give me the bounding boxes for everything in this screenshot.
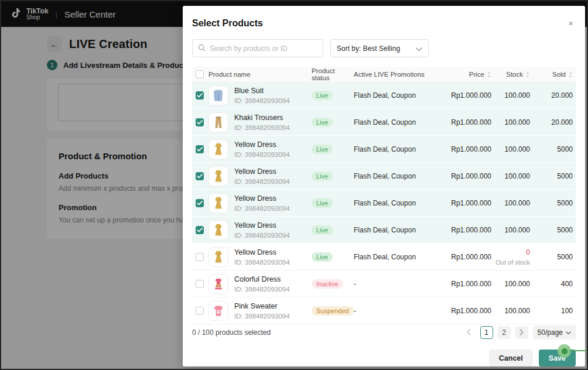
sort-selected-value: Sort by: Best Selling — [337, 44, 400, 53]
active-promotions: Flash Deal, Coupon — [354, 118, 431, 126]
product-name: Pink Sweater — [234, 302, 290, 310]
table-row[interactable]: Colorful Dress ID: 398482093094 Inactive… — [192, 270, 576, 297]
stock-value: 100.000 — [505, 307, 530, 315]
chevron-left-icon[interactable] — [463, 326, 476, 339]
active-promotions: Flash Deal, Coupon — [354, 145, 431, 153]
table-header-row: Product name Product status Active LIVE … — [192, 67, 576, 82]
column-sold[interactable]: Sold — [530, 71, 573, 78]
active-promotions: Flash Deal, Coupon — [354, 91, 431, 100]
product-id: ID: 398482093094 — [234, 151, 290, 158]
sort-arrows-icon[interactable] — [525, 71, 530, 78]
row-checkbox[interactable] — [196, 91, 204, 100]
table-footer: 0 / 100 products selected 1 2 50/page — [192, 324, 576, 340]
sold-value: 20.000 — [530, 91, 573, 100]
sort-dropdown[interactable]: Sort by: Best Selling — [330, 39, 429, 57]
sold-value: 5000 — [530, 253, 573, 261]
status-badge: Live — [312, 91, 333, 100]
stock-value: 100.000 — [505, 226, 530, 234]
sold-value: 100 — [530, 307, 573, 315]
products-table: Product name Product status Active LIVE … — [192, 67, 576, 324]
stock-value: 100.000 — [505, 172, 530, 180]
row-checkbox[interactable] — [196, 145, 204, 153]
sort-arrows-icon[interactable] — [487, 71, 491, 78]
sold-value: 400 — [530, 280, 573, 288]
pagination: 1 2 50/page — [463, 326, 576, 340]
sold-value: 5000 — [530, 226, 573, 234]
row-checkbox[interactable] — [196, 253, 204, 261]
click-annotation-line — [570, 350, 588, 351]
table-row[interactable]: Yellow Dress ID: 398482093094 Live Flash… — [192, 217, 576, 244]
table-row[interactable]: Pink Sweater ID: 398482093094 Suspended … — [192, 297, 576, 324]
price-value: Rp1.000.000 — [431, 253, 491, 261]
price-value: Rp1.000.000 — [431, 307, 491, 315]
table-row[interactable]: Yellow Dress ID: 398482093094 Live Flash… — [192, 244, 576, 270]
sold-value: 20.000 — [530, 118, 573, 126]
sort-arrows-icon[interactable] — [568, 71, 573, 78]
product-id: ID: 398482093094 — [234, 178, 290, 185]
status-badge: Live — [312, 145, 333, 154]
column-stock[interactable]: Stock — [491, 71, 530, 78]
chevron-down-icon — [566, 328, 571, 337]
product-name: Yellow Dress — [234, 167, 290, 176]
status-badge: Live — [312, 198, 333, 208]
stock-note: Out of stock — [495, 259, 530, 266]
table-row[interactable]: Yellow Dress ID: 398482093094 Live Flash… — [192, 190, 576, 217]
cancel-button[interactable]: Cancel — [489, 350, 533, 366]
product-name: Blue Suit — [234, 87, 290, 95]
row-checkbox[interactable] — [196, 118, 204, 126]
product-id: ID: 398482093094 — [234, 205, 290, 212]
column-promotions: Active LIVE Promotions — [354, 71, 431, 78]
stock-value: 100.000 — [505, 199, 530, 207]
per-page-dropdown[interactable]: 50/page — [533, 326, 576, 340]
product-id: ID: 398482093094 — [234, 232, 290, 239]
chevron-down-icon — [416, 43, 422, 54]
active-promotions: Flash Deal, Coupon — [354, 172, 431, 180]
price-value: Rp1.000.000 — [431, 118, 491, 126]
table-row[interactable]: Yellow Dress ID: 398482093094 Live Flash… — [192, 163, 576, 190]
active-promotions: - — [354, 307, 431, 315]
status-badge: Live — [312, 252, 333, 262]
product-image — [208, 85, 228, 105]
page-button-2[interactable]: 2 — [498, 326, 511, 339]
product-id: ID: 398482093094 — [234, 124, 290, 131]
screen: TikTok Shop | Seller Center ← LIVE Creat… — [0, 0, 588, 370]
status-badge: Live — [312, 172, 333, 181]
product-id: ID: 398482093094 — [234, 286, 290, 293]
row-checkbox[interactable] — [196, 307, 204, 315]
product-image — [208, 139, 228, 159]
table-body: Blue Suit ID: 398482093094 Live Flash De… — [192, 82, 576, 324]
price-value: Rp1.000.000 — [431, 172, 491, 180]
row-checkbox[interactable] — [196, 172, 204, 180]
table-row[interactable]: Blue Suit ID: 398482093094 Live Flash De… — [192, 82, 576, 109]
product-id: ID: 398482093094 — [234, 259, 290, 266]
row-checkbox[interactable] — [196, 280, 204, 288]
stock-value: 100.000 — [505, 145, 530, 153]
product-name: Yellow Dress — [234, 248, 290, 256]
product-image — [208, 274, 228, 294]
active-promotions: Flash Deal, Coupon — [354, 199, 431, 207]
column-product-name: Product name — [208, 71, 312, 78]
product-name: Yellow Dress — [234, 194, 290, 203]
sold-value: 5000 — [530, 199, 573, 207]
search-box[interactable] — [192, 39, 323, 57]
active-promotions: Flash Deal, Coupon — [354, 253, 431, 261]
active-promotions: - — [354, 280, 431, 288]
product-image — [208, 166, 228, 186]
column-price[interactable]: Price — [431, 71, 491, 78]
close-icon[interactable]: × — [566, 18, 576, 29]
status-badge: Live — [312, 225, 333, 235]
chevron-right-icon[interactable] — [515, 326, 528, 339]
status-badge: Live — [312, 118, 333, 127]
price-value: Rp1.000.000 — [431, 199, 491, 207]
row-checkbox[interactable] — [196, 199, 204, 207]
row-checkbox[interactable] — [196, 226, 204, 234]
search-input[interactable] — [210, 44, 317, 53]
selected-count: 0 / 100 products selected — [192, 328, 271, 337]
page-button-1[interactable]: 1 — [480, 326, 493, 339]
search-icon — [198, 43, 206, 54]
product-name: Colorful Dress — [234, 275, 290, 283]
table-row[interactable]: Khaki Trousers ID: 398482093094 Live Fla… — [192, 109, 576, 136]
select-all-checkbox[interactable] — [196, 70, 204, 78]
table-row[interactable]: Yellow Dress ID: 398482093094 Live Flash… — [192, 136, 576, 163]
stock-value: 100.000 — [505, 91, 530, 100]
